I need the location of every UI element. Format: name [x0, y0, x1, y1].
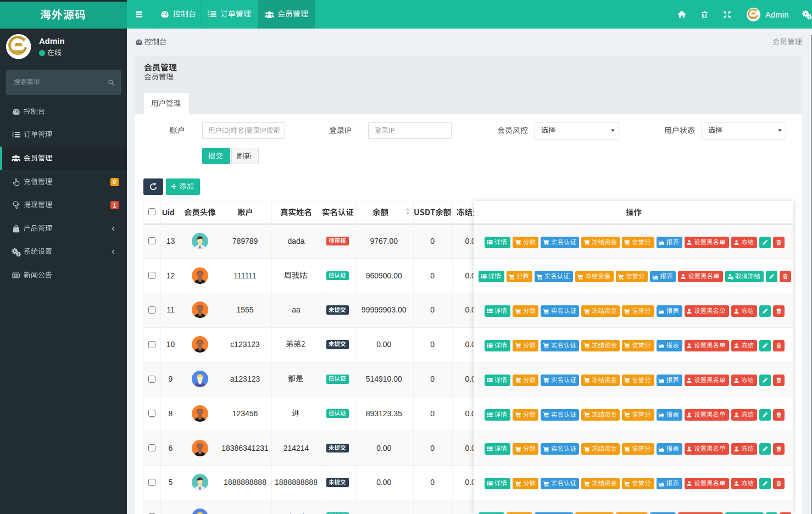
- svg-text:3: 3: [208, 14, 209, 18]
- svg-text:3: 3: [12, 135, 14, 138]
